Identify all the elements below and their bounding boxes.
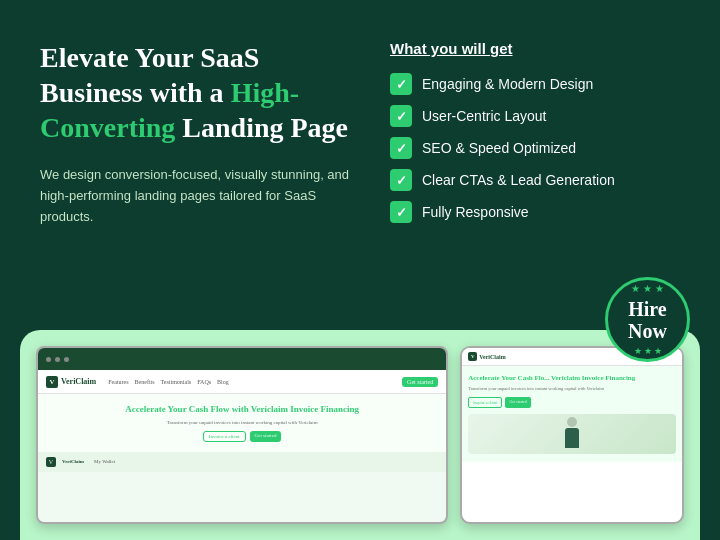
feature-label-3: SEO & Speed Optimized [422, 140, 576, 156]
mockup-hero-buttons: Invoice a client Get started [48, 431, 436, 442]
mobile-logo-icon: V [468, 352, 477, 361]
mockup-hero-title: Accelerate Your Cash Flow with Vericlaim… [48, 404, 436, 416]
nav-links: Features Benefits Testimonials FAQs Blog [108, 379, 228, 385]
checkmark-3: ✓ [390, 137, 412, 159]
badge-stars-top: ★ ★ ★ [631, 283, 664, 296]
badge-stars-bottom: ★ ★ ★ [634, 346, 662, 356]
mobile-mockup: V VeriClaim Accelerate Your Cash Flo... … [460, 346, 684, 524]
mockup-titlebar [38, 348, 446, 370]
hire-text: Hire Now [628, 298, 667, 342]
headline-line1: Elevate Your SaaS [40, 42, 259, 73]
mobile-hero: Accelerate Your Cash Flo... Vericlaim In… [462, 366, 682, 462]
star-icon-6: ★ [654, 346, 662, 356]
star-icon-2: ★ [643, 283, 652, 294]
checkmark-2: ✓ [390, 105, 412, 127]
star-icon-5: ★ [644, 346, 652, 356]
checkmark-4: ✓ [390, 169, 412, 191]
mockup-bottom-bar: V VeriClaim My Wallet [38, 452, 446, 472]
star-icon-1: ★ [631, 283, 640, 294]
mobile-btn-solid[interactable]: Get started [505, 397, 530, 408]
mockup-hero: Accelerate Your Cash Flow with Vericlaim… [38, 394, 446, 452]
feature-item-3: ✓ SEO & Speed Optimized [390, 137, 680, 159]
feature-list: ✓ Engaging & Modern Design ✓ User-Centri… [390, 73, 680, 223]
mockup-nav: V VeriClaim Features Benefits Testimonia… [38, 370, 446, 394]
person-body [565, 428, 579, 448]
mockup-bottom-brand: VeriClaim [62, 459, 84, 464]
left-content: Elevate Your SaaS Business with a High-C… [40, 40, 350, 227]
dot-3 [64, 357, 69, 362]
feature-label-2: User-Centric Layout [422, 108, 547, 124]
person-silhouette [562, 417, 582, 452]
nav-logo-icon: V [46, 376, 58, 388]
section-title: What you will get [390, 40, 680, 57]
mobile-person-image [468, 414, 676, 454]
person-head [567, 417, 577, 427]
star-icon-4: ★ [634, 346, 642, 356]
headline: Elevate Your SaaS Business with a High-C… [40, 40, 350, 145]
mockup-nav-logo: V VeriClaim [46, 376, 96, 388]
right-content: What you will get ✓ Engaging & Modern De… [390, 40, 680, 227]
mockup-wallet-label: My Wallet [94, 459, 115, 464]
feature-label-1: Engaging & Modern Design [422, 76, 593, 92]
main-container: Elevate Your SaaS Business with a High-C… [0, 0, 720, 540]
mockup-cta-btn[interactable]: Get started [402, 377, 438, 387]
mockup-bottom-icon: V [46, 457, 56, 467]
mobile-hero-buttons: Inquire a client Get started [468, 397, 676, 408]
feature-item-4: ✓ Clear CTAs & Lead Generation [390, 169, 680, 191]
checkmark-5: ✓ [390, 201, 412, 223]
mobile-hero-sub: Transform your unpaid invoices into inst… [468, 386, 676, 392]
headline-line2: Business with a High-Converting Landing … [40, 77, 348, 143]
star-icon-3: ★ [655, 283, 664, 294]
mockup-btn-solid[interactable]: Get started [250, 431, 282, 442]
feature-label-5: Fully Responsive [422, 204, 529, 220]
mockup-hero-sub: Transform your unpaid invoices into inst… [48, 420, 436, 425]
desktop-mockup: V VeriClaim Features Benefits Testimonia… [36, 346, 448, 524]
mobile-logo: V VeriClaim [468, 352, 505, 361]
mockup-btn-outline[interactable]: Invoice a client [203, 431, 246, 442]
feature-item-2: ✓ User-Centric Layout [390, 105, 680, 127]
checkmark-1: ✓ [390, 73, 412, 95]
feature-label-4: Clear CTAs & Lead Generation [422, 172, 615, 188]
mobile-btn-outline[interactable]: Inquire a client [468, 397, 502, 408]
feature-item-5: ✓ Fully Responsive [390, 201, 680, 223]
bottom-section: V VeriClaim Features Benefits Testimonia… [20, 330, 700, 540]
mobile-hero-title: Accelerate Your Cash Flo... Vericlaim In… [468, 374, 676, 383]
hire-badge[interactable]: ★ ★ ★ Hire Now ★ ★ ★ [605, 277, 690, 362]
subtext: We design conversion-focused, visually s… [40, 165, 350, 227]
dot-1 [46, 357, 51, 362]
feature-item-1: ✓ Engaging & Modern Design [390, 73, 680, 95]
top-section: Elevate Your SaaS Business with a High-C… [0, 0, 720, 247]
dot-2 [55, 357, 60, 362]
